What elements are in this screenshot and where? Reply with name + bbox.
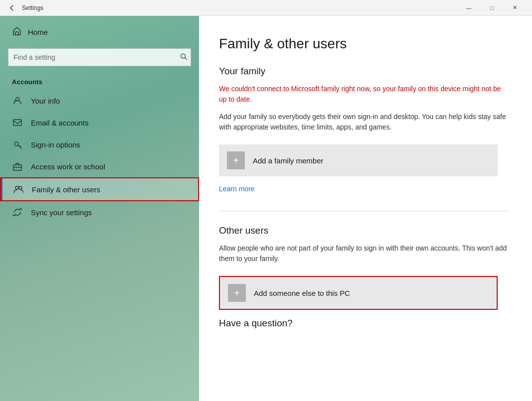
your-family-title: Your family	[219, 66, 508, 77]
your-info-label: Your info	[31, 97, 60, 105]
other-users-title: Other users	[219, 225, 508, 236]
sidebar-item-family[interactable]: Family & other users	[0, 177, 199, 201]
sidebar-item-your-info[interactable]: Your info	[0, 90, 199, 112]
email-accounts-label: Email & accounts	[31, 119, 89, 127]
page-title: Family & other users	[219, 36, 508, 52]
home-label: Home	[28, 28, 48, 36]
app-body: Home Accounts Your info	[0, 16, 532, 401]
window-title: Settings	[22, 4, 457, 11]
close-button[interactable]: ✕	[503, 0, 526, 16]
svg-point-9	[19, 186, 22, 189]
sidebar-item-sign-in[interactable]: Sign-in options	[0, 134, 199, 155]
sign-in-label: Sign-in options	[31, 140, 80, 149]
add-someone-button[interactable]: + Add someone else to this PC	[219, 276, 498, 310]
email-icon	[12, 118, 23, 128]
add-family-plus-icon: +	[227, 151, 245, 169]
briefcase-icon	[12, 161, 23, 171]
svg-rect-4	[13, 120, 21, 126]
accounts-section-title: Accounts	[0, 74, 199, 90]
svg-point-8	[15, 186, 18, 189]
search-icon[interactable]	[180, 53, 187, 62]
access-work-label: Access work or school	[31, 162, 105, 171]
maximize-button[interactable]: □	[480, 0, 503, 16]
group-icon	[13, 184, 24, 194]
add-someone-plus-icon: +	[228, 284, 246, 302]
learn-more-link[interactable]: Learn more	[219, 185, 255, 193]
search-box	[8, 48, 191, 66]
family-error-text: We couldn't connect to Microsoft family …	[219, 84, 508, 105]
minimize-button[interactable]: —	[457, 0, 480, 16]
sync-icon	[12, 207, 23, 217]
sidebar-item-sync[interactable]: Sync your settings	[0, 201, 199, 223]
search-input[interactable]	[8, 48, 191, 66]
home-icon	[12, 26, 22, 38]
window-controls: — □ ✕	[457, 0, 526, 16]
have-question-title: Have a question?	[219, 318, 508, 329]
family-label: Family & other users	[32, 185, 101, 194]
titlebar: Settings — □ ✕	[0, 0, 532, 16]
sync-label: Sync your settings	[31, 208, 92, 217]
add-someone-label: Add someone else to this PC	[254, 289, 350, 297]
sidebar-item-email-accounts[interactable]: Email & accounts	[0, 112, 199, 134]
key-icon	[12, 139, 23, 149]
section-divider	[219, 211, 508, 211]
other-users-desc: Allow people who are not part of your fa…	[219, 243, 508, 264]
sidebar: Home Accounts Your info	[0, 16, 199, 401]
add-family-member-button[interactable]: + Add a family member	[219, 144, 498, 176]
family-desc-text: Add your family so everybody gets their …	[219, 112, 508, 133]
sidebar-item-access-work[interactable]: Access work or school	[0, 155, 199, 177]
your-info-icon	[12, 96, 23, 106]
sidebar-item-home[interactable]: Home	[0, 16, 199, 48]
back-button[interactable]	[6, 2, 18, 14]
content-area: Family & other users Your family We coul…	[199, 16, 532, 401]
add-family-label: Add a family member	[253, 156, 323, 165]
